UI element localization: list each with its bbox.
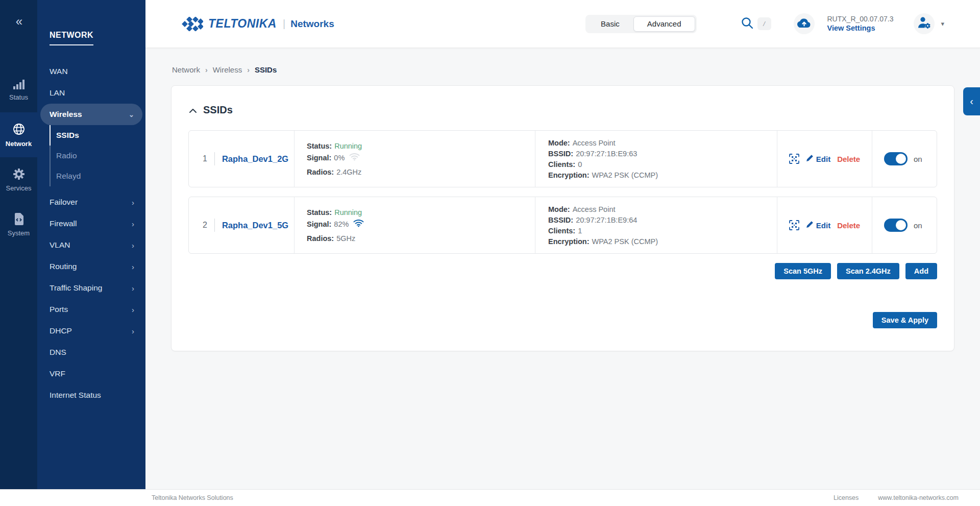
delete-button[interactable]: Delete (837, 221, 860, 230)
save-apply-button[interactable]: Save & Apply (873, 312, 937, 328)
status-label: Status: (307, 207, 332, 218)
website-link[interactable]: www.teltonika-networks.com (878, 494, 959, 501)
ssid-enable-toggle[interactable] (884, 219, 908, 232)
scan-24ghz-button[interactable]: Scan 2.4GHz (837, 263, 899, 279)
status-label: Status: (307, 141, 332, 151)
sidebar-item-dhcp[interactable]: DHCP› (37, 320, 145, 342)
chevron-right-icon: › (132, 241, 134, 250)
encryption-value: WPA2 PSK (CCMP) (592, 170, 658, 180)
rail-label-services: Services (6, 184, 32, 192)
sidebar-item-dns[interactable]: DNS (37, 342, 145, 363)
breadcrumb-wireless[interactable]: Wireless (213, 65, 242, 74)
clients-label: Clients: (548, 159, 575, 170)
chevron-right-icon: › (132, 262, 134, 271)
chevron-right-icon: › (247, 66, 250, 74)
chevron-right-icon: › (132, 327, 134, 335)
sidebar-item-lan[interactable]: LAN (37, 82, 145, 104)
delete-button[interactable]: Delete (837, 155, 860, 163)
sidebar-item-firewall[interactable]: Firewall› (37, 213, 145, 234)
signal-bars-icon (12, 79, 26, 90)
ssid-name-link[interactable]: Rapha_Dev1_5G (222, 221, 288, 230)
rail-item-system[interactable]: System (0, 202, 37, 247)
rail-label-status: Status (9, 93, 28, 101)
search-icon (741, 16, 754, 32)
teltonika-logo-mark (180, 17, 203, 31)
encryption-label: Encryption: (548, 236, 590, 247)
mode-basic-button[interactable]: Basic (587, 16, 633, 32)
chevron-down-icon: ⌄ (129, 111, 134, 118)
bssid-label: BSSID: (548, 149, 573, 159)
ssid-name-link[interactable]: Rapha_Dev1_2G (222, 154, 288, 164)
breadcrumb: Network › Wireless › SSIDs (172, 65, 954, 74)
signal-label: Signal: (307, 219, 331, 229)
signal-label: Signal: (307, 153, 331, 163)
icon-rail: « Status (0, 0, 37, 489)
clients-label: Clients: (548, 226, 575, 236)
section-title: SSIDs (203, 104, 233, 116)
sidebar-item-routing[interactable]: Routing› (37, 256, 145, 277)
teltonika-logo: TELTONIKA | Networks (180, 17, 334, 31)
ssids-card: SSIDs 1 Rapha_Dev1_2G Status: Running Si (171, 85, 954, 351)
sidebar-item-internet-status[interactable]: Internet Status (37, 384, 145, 406)
scan-5ghz-button[interactable]: Scan 5GHz (775, 263, 831, 279)
sidebar-item-vrf[interactable]: VRF (37, 363, 145, 384)
sidebar-item-ports[interactable]: Ports› (37, 299, 145, 320)
licenses-link[interactable]: Licenses (834, 494, 859, 501)
encryption-label: Encryption: (548, 170, 590, 180)
chevron-right-icon: › (205, 66, 208, 74)
rail-item-network[interactable]: Network (0, 112, 37, 157)
user-menu-button[interactable] (914, 13, 935, 34)
top-header: TELTONIKA | Networks Basic Advanced (145, 0, 980, 48)
ssid-enable-toggle[interactable] (884, 152, 908, 165)
chevron-up-icon (189, 106, 197, 115)
mode-toggle: Basic Advanced (585, 15, 696, 33)
page-content: ‹ Network › Wireless › SSIDs SSIDs (145, 48, 980, 489)
user-menu-chevron-icon[interactable]: ▾ (941, 20, 944, 28)
logo-product-text: Networks (290, 18, 334, 30)
rms-cloud-button[interactable] (794, 13, 815, 34)
bssid-value: 20:97:27:1B:E9:64 (576, 215, 637, 225)
mode-label: Mode: (548, 138, 570, 148)
rail-item-status[interactable]: Status (0, 67, 37, 112)
view-settings-link[interactable]: View Settings (827, 23, 894, 33)
status-value: Running (334, 207, 362, 218)
qr-code-button[interactable] (789, 154, 799, 164)
qr-code-button[interactable] (789, 220, 799, 230)
divider (214, 219, 215, 232)
search-button[interactable]: / (741, 16, 771, 32)
breadcrumb-network[interactable]: Network (172, 65, 200, 74)
collapse-sidebar-button[interactable]: « (0, 0, 37, 43)
sim-card-icon (13, 212, 24, 226)
radios-value: 2.4GHz (336, 167, 361, 177)
ssid-row: 2 Rapha_Dev1_5G Status: Running Signal: … (188, 197, 937, 254)
side-panel-toggle[interactable]: ‹ (963, 87, 980, 115)
globe-icon (12, 122, 26, 136)
ssids-section-header[interactable]: SSIDs (189, 104, 937, 116)
sidebar-item-relayd[interactable]: Relayd (50, 166, 145, 186)
sidebar-item-wireless[interactable]: Wireless ⌄ (40, 104, 142, 125)
user-gear-icon (917, 16, 931, 31)
chevron-right-icon: › (132, 198, 134, 207)
chevron-right-icon: › (132, 220, 134, 228)
mode-advanced-button[interactable]: Advanced (633, 16, 695, 32)
sidebar-item-ssids[interactable]: SSIDs (50, 125, 145, 146)
wifi-icon (353, 219, 364, 230)
clients-value: 1 (578, 226, 582, 236)
network-sidebar: NETWORK WAN LAN Wireless ⌄ SSIDs Radio R… (37, 0, 145, 489)
radios-label: Radios: (307, 167, 334, 177)
sidebar-item-vlan[interactable]: VLAN› (37, 234, 145, 256)
edit-button[interactable]: Edit (806, 221, 830, 230)
app-window: « Status (0, 0, 980, 506)
radios-label: Radios: (307, 233, 334, 244)
edit-button[interactable]: Edit (806, 154, 830, 163)
signal-value: 0% (334, 153, 345, 163)
rail-item-services[interactable]: Services (0, 157, 37, 202)
sidebar-item-traffic-shaping[interactable]: Traffic Shaping› (37, 277, 145, 299)
cloud-upload-icon (797, 17, 811, 30)
chevron-right-icon: › (132, 305, 134, 314)
sidebar-item-radio[interactable]: Radio (50, 146, 145, 166)
search-shortcut-hint: / (757, 17, 771, 30)
add-button[interactable]: Add (905, 263, 937, 279)
sidebar-item-failover[interactable]: Failover› (37, 191, 145, 213)
sidebar-item-wan[interactable]: WAN (37, 61, 145, 82)
